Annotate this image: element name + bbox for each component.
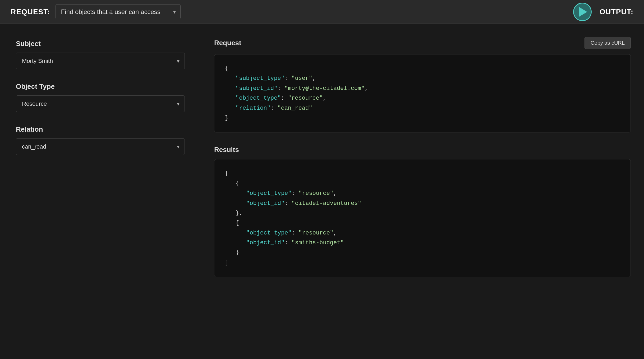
result1-object-type-value: "resource" [298,190,333,197]
run-button[interactable] [573,3,592,21]
request-subject-type-line: "subject_type": "user", [225,73,620,83]
left-panel: Subject Morty Smith ▾ Object Type Resour… [0,24,201,359]
result2-object-id-line: "object_id": "smiths-budget" [225,238,620,248]
result2-object-type-key: "object_type" [246,230,292,236]
subject-select-wrapper: Morty Smith ▾ [16,53,185,69]
relation-select-wrapper: can_read ▾ [16,138,185,155]
result2-object-id-key: "object_id" [246,240,284,246]
relation-field-group: Relation can_read ▾ [16,125,185,155]
header: REQUEST: Find objects that a user can ac… [0,0,644,24]
result2-open-brace: { [225,218,620,228]
request-close-brace: } [225,113,620,123]
relation-label: Relation [16,125,185,134]
subject-id-key: "subject_id" [236,85,277,92]
object-type-select[interactable]: Resource [16,95,185,112]
request-object-type-value: "resource" [288,95,323,102]
results-section: Results [ { "object_type": "resource", "… [214,146,631,277]
main-content: Subject Morty Smith ▾ Object Type Resour… [0,24,644,359]
subject-type-key: "subject_type" [236,75,284,82]
copy-curl-button[interactable]: Copy as cURL [585,37,631,49]
subject-field-group: Subject Morty Smith ▾ [16,40,185,69]
request-section-header: Request Copy as cURL [214,37,631,49]
request-select[interactable]: Find objects that a user can access Chec… [56,4,181,19]
object-type-label: Object Type [16,82,185,91]
request-code-block: { "subject_type": "user", "subject_id": … [214,54,631,132]
request-object-type-key: "object_type" [236,95,281,102]
output-label: OUTPUT: [600,8,633,16]
subject-label: Subject [16,40,185,48]
result1-object-id-line: "object_id": "citadel-adventures" [225,199,620,208]
result1-close-brace: }, [225,208,620,218]
subject-id-value: "morty@the-citadel.com" [284,85,365,92]
request-open-brace: { [225,64,620,73]
request-section: Request Copy as cURL { "subject_type": "… [214,37,631,132]
results-section-header: Results [214,146,631,154]
result2-object-id-value: "smiths-budget" [292,240,344,246]
request-section-title: Request [214,39,241,47]
play-icon [579,7,587,17]
result1-open-brace: { [225,179,620,188]
object-type-select-wrapper: Resource ▾ [16,95,185,112]
request-object-type-line: "object_type": "resource", [225,93,620,103]
subject-type-value: "user" [291,75,312,82]
relation-select[interactable]: can_read [16,138,185,155]
right-panel: Request Copy as cURL { "subject_type": "… [201,24,644,359]
result2-close-brace: } [225,248,620,257]
object-type-field-group: Object Type Resource ▾ [16,82,185,112]
request-label: REQUEST: [11,8,50,16]
results-section-title: Results [214,146,239,154]
result1-object-id-value: "citadel-adventures" [292,200,361,207]
request-relation-key: "relation" [236,105,270,112]
request-subject-id-line: "subject_id": "morty@the-citadel.com", [225,84,620,93]
subject-select[interactable]: Morty Smith [16,53,185,69]
result2-object-type-value: "resource" [298,230,333,236]
request-select-wrapper: Find objects that a user can access Chec… [56,4,181,19]
result1-object-id-key: "object_id" [246,200,284,207]
result1-object-type-key: "object_type" [246,190,292,197]
request-relation-line: "relation": "can_read" [225,103,620,113]
result1-object-type-line: "object_type": "resource", [225,188,620,198]
request-relation-value: "can_read" [277,105,312,112]
results-close-bracket: ] [225,258,620,268]
results-open-bracket: [ [225,169,620,178]
results-code-block: [ { "object_type": "resource", "object_i… [214,159,631,277]
result2-object-type-line: "object_type": "resource", [225,228,620,238]
